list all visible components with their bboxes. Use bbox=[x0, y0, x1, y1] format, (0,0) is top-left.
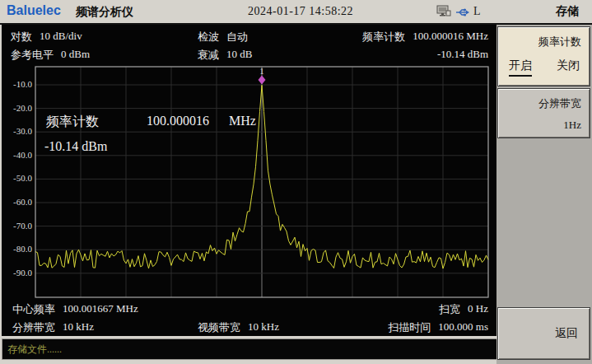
display-panel: 1 对数10 dB/div 检波自动 频率计数100.000016 MHz 参考… bbox=[2, 25, 498, 336]
datetime: 2024-01-17 14:58:22 bbox=[248, 5, 353, 18]
y-axis-label: -50.0 bbox=[2, 173, 32, 183]
sweep-time-readout: 扫描时间100.000 ms bbox=[388, 320, 488, 335]
y-axis-label: -60.0 bbox=[2, 197, 32, 207]
remote-lock-indicator: L bbox=[473, 5, 481, 18]
spectrum-chart: 1 bbox=[2, 25, 498, 336]
y-axis-label: -20.0 bbox=[2, 103, 32, 113]
usb-icon bbox=[455, 6, 469, 21]
title-bar: Baluelec 频谱分析仪 2024-01-17 14:58:22 L 存储 bbox=[0, 0, 592, 25]
active-menu-title: 存储 bbox=[556, 4, 579, 19]
detector-readout: 检波自动 bbox=[198, 30, 248, 44]
attenuation-readout: 衰减10 dB bbox=[198, 48, 252, 63]
softkey-back-button[interactable]: 返回 bbox=[497, 307, 590, 360]
y-axis-label: -80.0 bbox=[2, 244, 32, 254]
ref-level-readout: 参考电平0 dBm bbox=[11, 48, 90, 63]
rbw-readout: 分辨带宽10 kHz bbox=[12, 320, 94, 335]
softkey-resolution-bandwidth[interactable]: 分辨带宽 1Hz bbox=[497, 88, 590, 138]
center-freq-readout: 中心频率100.001667 MHz bbox=[12, 302, 138, 317]
softkey-rbw-title: 分辨带宽 bbox=[498, 89, 590, 111]
y-axis-label: -10.0 bbox=[2, 79, 32, 89]
freq-counter-off-option[interactable]: 关闭 bbox=[557, 58, 580, 77]
brand-logo: Baluelec bbox=[7, 3, 61, 18]
screenshot-icon bbox=[436, 4, 451, 21]
freq-counter-on-option[interactable]: 开启 bbox=[509, 58, 532, 77]
counter-power-readout: -10.14 dBm bbox=[437, 48, 488, 61]
softkey-freq-counter-title: 频率计数 bbox=[498, 27, 590, 49]
softkey-rbw-value: 1Hz bbox=[498, 111, 590, 132]
freq-counter-annotation: 频率计数 100.000016 MHz bbox=[46, 114, 256, 131]
y-axis-label: -30.0 bbox=[2, 126, 32, 136]
vbw-readout: 视频带宽10 kHz bbox=[198, 320, 279, 335]
scale-readout: 对数10 dB/div bbox=[11, 30, 82, 44]
y-axis-label: -40.0 bbox=[2, 150, 32, 160]
softkey-freq-counter[interactable]: 频率计数 开启 关闭 bbox=[497, 26, 590, 86]
app-title: 频谱分析仪 bbox=[76, 5, 133, 20]
counter-readout: 频率计数100.000016 MHz bbox=[362, 30, 488, 44]
svg-text:1: 1 bbox=[259, 66, 264, 76]
y-axis-label: -70.0 bbox=[2, 221, 32, 231]
y-axis-label: -90.0 bbox=[2, 268, 32, 278]
power-annotation: -10.14 dBm bbox=[44, 139, 107, 154]
status-bar: 存储文件...... bbox=[2, 338, 501, 360]
span-readout: 扫宽0 Hz bbox=[439, 302, 488, 317]
